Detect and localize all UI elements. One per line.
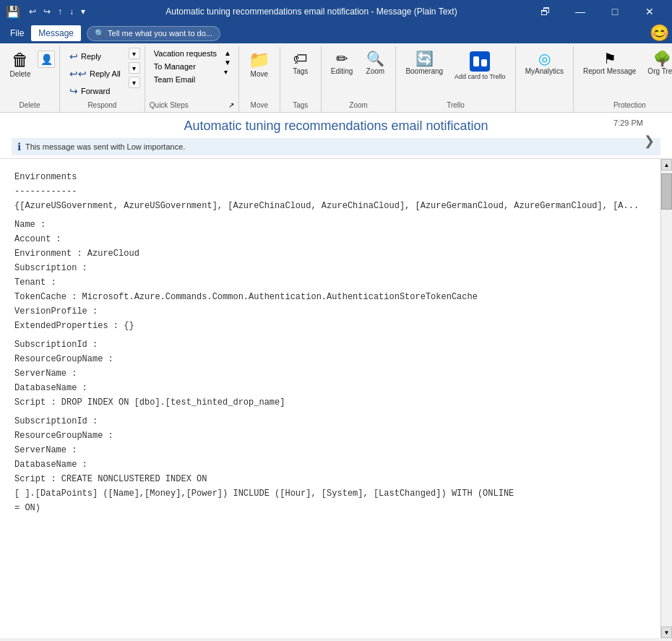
boomerang-button[interactable]: 🔄 Boomerang xyxy=(400,48,448,79)
field-extendedproperties: ExtendedProperties : {} xyxy=(14,319,646,332)
ribbon-group-tags: 🏷 Tags Tags xyxy=(280,46,322,112)
delete-button[interactable]: 🗑 Delete xyxy=(4,48,36,82)
trello-logo xyxy=(470,51,490,72)
trello-button[interactable]: Add card to Trello xyxy=(449,48,511,84)
report-message-button[interactable]: ⚑ Report Message xyxy=(578,48,641,79)
scroll-thumb[interactable] xyxy=(661,173,672,210)
close-button[interactable]: ✕ xyxy=(633,0,666,23)
email-body[interactable]: Environments ------------ {[AzureUSGover… xyxy=(0,159,660,638)
r2-script2: [ ].[DataPoints] ([Name],[Money],[Power]… xyxy=(14,487,646,500)
zoom-icon: 🔍 xyxy=(366,51,384,66)
more-icon[interactable]: ▾ xyxy=(78,7,88,17)
r2-script1: Script : CREATE NONCLUSTERED INDEX ON xyxy=(14,473,646,486)
respond-more-button2[interactable]: ▾ xyxy=(129,62,140,74)
reply-all-label: Reply All xyxy=(90,69,121,78)
move-group-label: Move xyxy=(244,100,275,111)
quick-step-manager[interactable]: To Manager xyxy=(150,61,221,72)
reply-all-icon: ↩↩ xyxy=(69,68,87,79)
redo-icon[interactable]: ↪ xyxy=(40,7,53,17)
respond-group-label: Respond xyxy=(64,100,140,111)
zoom-group-label: Zoom xyxy=(326,100,392,111)
org-tree-icon: 🌳 xyxy=(653,51,671,66)
forward-button[interactable]: ↪ Forward xyxy=(64,82,126,100)
reply-all-button[interactable]: ↩↩ Reply All xyxy=(64,65,126,82)
field-versionprofile: VersionProfile : xyxy=(14,305,646,318)
up-icon[interactable]: ↑ xyxy=(55,7,65,17)
restore-button[interactable]: 🗗 xyxy=(529,0,562,23)
trello-group-label: Trello xyxy=(400,100,510,111)
quick-step-vacation[interactable]: Vacation requests xyxy=(150,48,221,59)
move-icon: 📁 xyxy=(249,51,270,69)
tell-me-label: Tell me what you want to do... xyxy=(108,29,212,38)
quick-steps-arrow[interactable]: ↗ xyxy=(228,101,234,109)
r1-databasename: DatabaseName : xyxy=(14,382,646,395)
quick-steps-scroll-up[interactable]: ▲ xyxy=(224,49,231,57)
field-environment: Environment : AzureCloud xyxy=(14,247,646,260)
environments-label: Environments xyxy=(14,171,646,184)
smiley-icon: 😊 xyxy=(650,24,669,42)
reply-label: Reply xyxy=(81,52,101,61)
title-bar: 💾 ↩ ↪ ↑ ↓ ▾ Automatic tuning recommendat… xyxy=(0,0,672,23)
r2-resourcegroupname: ResourceGroupName : xyxy=(14,429,646,442)
field-account: Account : xyxy=(14,233,646,246)
info-text: This message was sent with Low importanc… xyxy=(25,142,185,151)
report-icon: ⚑ xyxy=(603,51,616,66)
ignore-button[interactable]: 👤 xyxy=(38,51,55,68)
r1-script: Script : DROP INDEX ON [dbo].[test_hinte… xyxy=(14,396,646,409)
tell-me-input[interactable]: 🔍 Tell me what you want to do... xyxy=(87,26,220,41)
quick-steps-expand[interactable]: ▾ xyxy=(224,68,231,76)
quick-steps-scroll-down[interactable]: ▼ xyxy=(224,59,231,66)
quick-steps-label: Quick Steps xyxy=(150,100,189,111)
field-tenant: Tenant : xyxy=(14,276,646,289)
forward-icon: ↪ xyxy=(69,85,78,97)
person-icon: 👤 xyxy=(40,53,53,65)
r1-servername: ServerName : xyxy=(14,367,646,380)
quick-step-team[interactable]: Team Email xyxy=(150,74,221,85)
separator: ------------ xyxy=(14,185,646,198)
scroll-down-button[interactable]: ▼ xyxy=(661,627,672,638)
delete-group-label: Delete xyxy=(4,100,55,111)
editing-icon: ✏ xyxy=(336,51,348,66)
minimize-button[interactable]: — xyxy=(564,0,597,23)
ribbon: 🗑 Delete 👤 Delete ↩ Reply ↩↩ Rep xyxy=(0,43,672,113)
zoom-button[interactable]: 🔍 Zoom xyxy=(359,48,391,79)
environments-value: {[AzureUSGovernment, AzureUSGovernment],… xyxy=(14,199,646,212)
ribbon-group-respond: ↩ Reply ↩↩ Reply All ↪ Forward ▾ ▾ ▾ Res… xyxy=(60,46,145,112)
delete-icon: 🗑 xyxy=(12,51,29,69)
r1-subscriptionid: SubscriptionId : xyxy=(14,338,646,351)
expand-button[interactable]: ❯ xyxy=(644,133,655,149)
tags-button[interactable]: 🏷 Tags xyxy=(285,48,316,79)
vertical-scrollbar[interactable]: ▲ ▼ xyxy=(660,159,672,638)
menu-message[interactable]: Message xyxy=(31,25,81,41)
menu-file[interactable]: File xyxy=(3,25,31,41)
undo-icon[interactable]: ↩ xyxy=(26,7,39,17)
email-title: Automatic tuning recommendations email n… xyxy=(12,119,660,134)
r2-databasename: DatabaseName : xyxy=(14,458,646,471)
field-subscription: Subscription : xyxy=(14,262,646,275)
menu-bar: File Message 🔍 Tell me what you want to … xyxy=(0,23,672,43)
app-icon: 💾 xyxy=(6,5,20,19)
forward-label: Forward xyxy=(81,87,110,95)
move-button[interactable]: 📁 Move xyxy=(244,48,275,82)
info-icon: ℹ xyxy=(17,141,21,152)
org-tree-button[interactable]: 🌳 Org Tree xyxy=(642,48,672,79)
down-icon[interactable]: ↓ xyxy=(66,7,77,17)
reply-button[interactable]: ↩ Reply xyxy=(64,48,126,65)
respond-more-button3[interactable]: ▾ xyxy=(129,77,140,88)
respond-more-button[interactable]: ▾ xyxy=(129,48,140,59)
email-header: 7:29 PM Automatic tuning recommendations… xyxy=(0,113,672,159)
email-area: 7:29 PM Automatic tuning recommendations… xyxy=(0,113,672,638)
email-time: 7:29 PM xyxy=(613,119,643,127)
reply-icon: ↩ xyxy=(69,51,78,62)
scroll-up-button[interactable]: ▲ xyxy=(661,159,672,171)
ribbon-group-quick-steps: Vacation requests To Manager Team Email … xyxy=(145,46,239,112)
r2-script3: = ON) xyxy=(14,502,646,515)
myanalytics-group-label xyxy=(520,108,569,111)
ribbon-group-zoom: ✏ Editing 🔍 Zoom Zoom xyxy=(322,46,397,112)
myanalytics-button[interactable]: ◎ MyAnalytics xyxy=(520,48,569,79)
editing-button[interactable]: ✏ Editing xyxy=(326,48,358,79)
maximize-button[interactable]: □ xyxy=(598,0,632,23)
tags-group-label: Tags xyxy=(285,100,316,111)
ribbon-group-protection: ⚑ Report Message 🌳 Org Tree Protection xyxy=(574,46,672,112)
field-name: Name : xyxy=(14,218,646,231)
